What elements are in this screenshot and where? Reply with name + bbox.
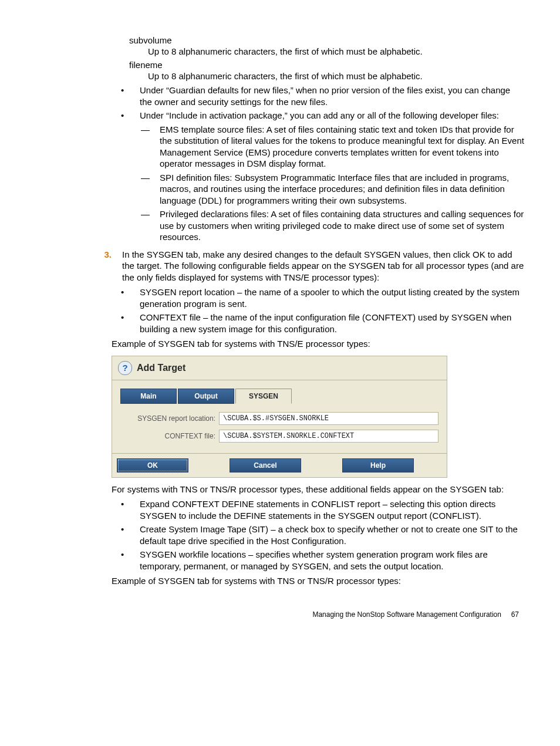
bullet-icon: • [117, 498, 140, 521]
bullet-text: Create System Image Tape (SIT) – a check… [140, 524, 525, 546]
caption-tnse: Example of SYSGEN tab for systems with T… [112, 338, 525, 350]
para-tns-tnsR-intro: For systems with TNS or TNS/R processor … [112, 484, 525, 495]
subbullet-spi: — SPI definition files: Subsystem Progra… [139, 172, 525, 207]
bullet-icon: • [117, 524, 140, 546]
def-term: subvolume [129, 35, 525, 45]
def-body: Up to 8 alphanumeric characters, the fir… [148, 46, 525, 56]
bullet-text: Expand CONFTEXT DEFINE statements in CON… [140, 498, 525, 521]
help-icon: ? [118, 361, 132, 375]
bullet-icon: • [117, 312, 140, 335]
field-label: SYSGEN report location: [120, 414, 219, 423]
dialog-title-text: Add Target [137, 363, 185, 373]
field-label: CONFTEXT file: [120, 432, 219, 440]
help-button[interactable]: Help [342, 458, 414, 472]
bullet-icon: • [117, 110, 140, 121]
bullet-sysgen-report-loc: • SYSGEN report location – the name of a… [117, 286, 525, 309]
definition-fileneme: fileneme Up to 8 alphanumeric characters… [129, 60, 525, 81]
tab-output[interactable]: Output [178, 389, 234, 404]
conftext-file-input[interactable]: \SCUBA.$SYSTEM.SNORKLE.CONFTEXT [219, 430, 438, 443]
subbullet-ems: — EMS template source files: A set of fi… [139, 124, 525, 170]
tab-sysgen[interactable]: SYSGEN [235, 389, 292, 404]
dialog-buttons: OK Cancel Help [112, 453, 447, 477]
page: subvolume Up to 8 alphanumeric character… [0, 0, 560, 642]
bullet-text: Under “Guardian defaults for new files,”… [140, 85, 525, 107]
dash-icon: — [139, 172, 160, 207]
tab-strip: Main Output SYSGEN [120, 389, 438, 404]
footer-page-number: 67 [511, 610, 519, 619]
bullet-text: SYSGEN workfile locations – specifies wh… [140, 549, 525, 572]
caption-tns-tnsR: Example of SYSGEN tab for systems with T… [112, 575, 525, 587]
def-term: fileneme [129, 60, 525, 70]
subbullet-text: EMS template source files: A set of file… [160, 124, 525, 170]
add-target-dialog: ? Add Target Main Output SYSGEN SYSGEN r… [112, 356, 447, 478]
step-3: 3. In the SYSGEN tab, make any desired c… [90, 249, 525, 283]
page-footer: Managing the NonStop Software Management… [35, 610, 525, 619]
bullet-text: SYSGEN report location – the name of a s… [140, 286, 525, 309]
bullet-sysgen-workfile: • SYSGEN workfile locations – specifies … [117, 549, 525, 572]
ok-button[interactable]: OK [117, 458, 188, 472]
bullet-icon: • [117, 85, 140, 107]
bullet-icon: • [117, 286, 140, 309]
bullet-conftext-file: • CONFTEXT file – the name of the input … [117, 312, 525, 335]
tab-main[interactable]: Main [120, 389, 177, 404]
dialog-titlebar: ? Add Target [112, 356, 447, 380]
definition-subvolume: subvolume Up to 8 alphanumeric character… [129, 35, 525, 56]
cancel-button[interactable]: Cancel [230, 458, 301, 472]
bullet-text: Under “Include in activation package,” y… [140, 110, 499, 121]
subbullet-text: Privileged declarations files: A set of … [160, 208, 525, 243]
bullet-icon: • [117, 549, 140, 572]
bullet-text: CONFTEXT file – the name of the input co… [140, 312, 525, 335]
bullet-include-activation: • Under “Include in activation package,”… [117, 110, 525, 121]
sysgen-report-location-input[interactable]: \SCUBA.$S.#SYSGEN.SNORKLE [219, 412, 438, 425]
bullet-expand-conftext: • Expand CONFTEXT DEFINE statements in C… [117, 498, 525, 521]
dash-icon: — [139, 124, 160, 170]
footer-section: Managing the NonStop Software Management… [312, 610, 501, 619]
field-conftext-file: CONFTEXT file: \SCUBA.$SYSTEM.SNORKLE.CO… [120, 430, 438, 443]
bullet-create-sit: • Create System Image Tape (SIT) – a che… [117, 524, 525, 546]
subbullet-privileged: — Privileged declarations files: A set o… [139, 208, 525, 243]
step-number: 3. [90, 249, 122, 283]
field-sysgen-report-location: SYSGEN report location: \SCUBA.$S.#SYSGE… [120, 412, 438, 425]
subbullet-text: SPI definition files: Subsystem Programm… [160, 172, 525, 207]
def-body: Up to 8 alphanumeric characters, the fir… [148, 71, 525, 81]
step-text: In the SYSGEN tab, make any desired chan… [122, 249, 525, 283]
bullet-guardian-defaults: • Under “Guardian defaults for new files… [117, 85, 525, 107]
dialog-body: Main Output SYSGEN SYSGEN report locatio… [112, 380, 447, 453]
dash-icon: — [139, 208, 160, 243]
